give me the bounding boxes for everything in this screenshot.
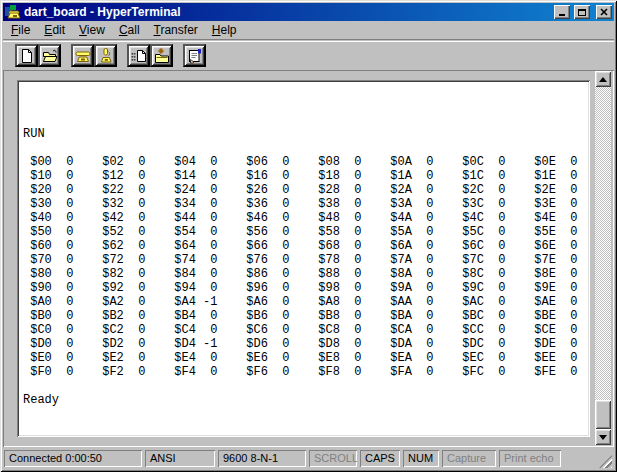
status-print-echo: Print echo: [499, 450, 561, 467]
send-file-icon: [131, 48, 147, 64]
maximize-icon: [578, 9, 586, 16]
send-file-button[interactable]: [127, 44, 150, 67]
terminal-line: $E0 0 $E2 0 $E4 0 $E6 0 $E8 0 $EA 0 $EC …: [23, 351, 590, 365]
new-document-icon: [19, 48, 35, 64]
arrow-down-icon: [599, 435, 607, 440]
arrow-up-icon: [599, 77, 607, 82]
terminal-line: [23, 113, 590, 127]
status-emulation: ANSI: [145, 450, 215, 467]
terminal-line-ready: Ready: [23, 393, 590, 407]
status-caps-lock: CAPS: [360, 450, 400, 467]
maximize-button[interactable]: [574, 5, 590, 19]
terminal-line: [23, 85, 590, 99]
disconnect-button[interactable]: [94, 44, 117, 67]
terminal-screen[interactable]: RUN $00 0 $02 0 $04 0 $06 0 $08 0 $0A 0 …: [17, 80, 590, 437]
terminal-line: $10 0 $12 0 $14 0 $16 0 $18 0 $1A 0 $1C …: [23, 169, 590, 183]
terminal-line: $90 0 $92 0 $94 0 $96 0 $98 0 $9A 0 $9C …: [23, 281, 590, 295]
close-button[interactable]: [596, 5, 612, 19]
scroll-down-button[interactable]: [595, 429, 611, 445]
terminal-line: $40 0 $42 0 $44 0 $46 0 $48 0 $4A 0 $4C …: [23, 211, 590, 225]
telephone-hangup-icon: [98, 48, 114, 64]
terminal-line: $C0 0 $C2 0 $C4 0 $C6 0 $C8 0 $CA 0 $CC …: [23, 323, 590, 337]
minimize-button[interactable]: [554, 5, 570, 19]
properties-icon: [187, 48, 203, 64]
menu-help[interactable]: Help: [205, 21, 244, 39]
status-connection-time: Connected 0:00:50: [4, 450, 142, 467]
window-title: dart_board - HyperTerminal: [24, 3, 550, 21]
status-baud-settings: 9600 8-N-1: [218, 450, 306, 467]
receive-file-button[interactable]: [150, 44, 173, 67]
terminal-line: [23, 379, 590, 393]
terminal-line: $00 0 $02 0 $04 0 $06 0 $08 0 $0A 0 $0C …: [23, 155, 590, 169]
hyperterminal-window: dart_board - HyperTerminal File Edit Vie…: [0, 0, 617, 472]
titlebar[interactable]: dart_board - HyperTerminal: [3, 3, 614, 21]
menu-view[interactable]: View: [72, 21, 112, 39]
status-num-lock: NUM: [403, 450, 439, 467]
scroll-up-button[interactable]: [595, 71, 611, 87]
terminal-line: $F0 0 $F2 0 $F4 0 $F6 0 $F8 0 $FA 0 $FC …: [23, 365, 590, 379]
status-scroll-lock: SCROLL: [309, 450, 357, 467]
call-button[interactable]: [71, 44, 94, 67]
vertical-scrollbar[interactable]: [595, 71, 611, 445]
minimize-icon: [559, 14, 565, 16]
new-connection-button[interactable]: [15, 44, 38, 67]
receive-file-icon: [154, 48, 170, 64]
terminal-line: $50 0 $52 0 $54 0 $56 0 $58 0 $5A 0 $5C …: [23, 225, 590, 239]
statusbar: Connected 0:00:50 ANSI 9600 8-N-1 SCROLL…: [3, 447, 614, 469]
menu-transfer[interactable]: Transfer: [147, 21, 205, 39]
hyperterminal-app-icon: [5, 4, 21, 20]
terminal-line: $A0 0 $A2 0 $A4 -1 $A6 0 $A8 0 $AA 0 $AC…: [23, 295, 590, 309]
terminal-line: [23, 99, 590, 113]
toolbar: [3, 41, 614, 70]
terminal-client-area: RUN $00 0 $02 0 $04 0 $06 0 $08 0 $0A 0 …: [3, 70, 614, 447]
terminal-line: $30 0 $32 0 $34 0 $36 0 $38 0 $3A 0 $3C …: [23, 197, 590, 211]
terminal-line: $20 0 $22 0 $24 0 $26 0 $28 0 $2A 0 $2C …: [23, 183, 590, 197]
scrollbar-thumb[interactable]: [595, 400, 611, 429]
terminal-line: [23, 141, 590, 155]
terminal-line-run: RUN: [23, 127, 590, 141]
terminal-line: $60 0 $62 0 $64 0 $66 0 $68 0 $6A 0 $6C …: [23, 239, 590, 253]
open-folder-icon: [42, 48, 58, 64]
status-capture: Capture: [442, 450, 496, 467]
terminal-line: $70 0 $72 0 $74 0 $76 0 $78 0 $7A 0 $7C …: [23, 253, 590, 267]
menu-call[interactable]: Call: [112, 21, 147, 39]
resize-grip-icon[interactable]: [599, 455, 612, 468]
menu-file[interactable]: File: [4, 21, 37, 39]
close-icon: [600, 8, 608, 16]
terminal-line: $D0 0 $D2 0 $D4 -1 $D6 0 $D8 0 $DA 0 $DC…: [23, 337, 590, 351]
open-connection-button[interactable]: [38, 44, 61, 67]
menu-edit[interactable]: Edit: [37, 21, 72, 39]
terminal-line: $80 0 $82 0 $84 0 $86 0 $88 0 $8A 0 $8C …: [23, 267, 590, 281]
menubar: File Edit View Call Transfer Help: [3, 21, 614, 40]
properties-button[interactable]: [183, 44, 206, 67]
telephone-icon: [75, 48, 91, 64]
terminal-line: $B0 0 $B2 0 $B4 0 $B6 0 $B8 0 $BA 0 $BC …: [23, 309, 590, 323]
